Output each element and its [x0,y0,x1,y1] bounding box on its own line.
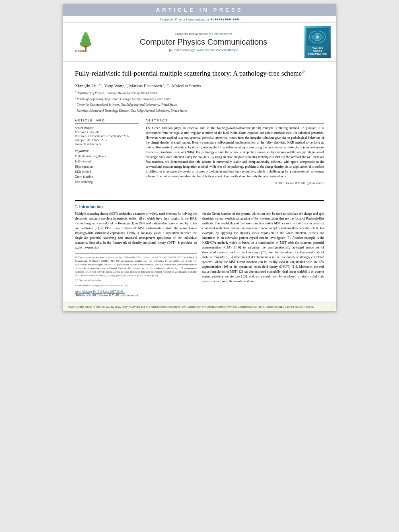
journal-link[interactable]: Computer Physics Communications ■ (■■■■)… [160,17,239,21]
intro-left-col: Multiple scattering theory (MST) underpi… [75,212,197,288]
keyword-1: Multiple scattering theory [75,154,139,159]
available-date: Available online xxxx [75,142,139,146]
email-note: (X. Liu). [119,284,129,287]
keywords-group: Keywords: Multiple scattering theory Ful… [75,149,139,185]
abstract-label: ABSTRACT [146,119,324,123]
footnote-star-symbol: ✩ [75,256,77,259]
revised-date: Received in revised form 27 September 20… [75,134,139,138]
keyword-4: KKR method [75,170,139,175]
contents-text: Contents lists available at [175,32,212,36]
abstract-column: ABSTRACT The Green function plays an ess… [146,119,324,188]
article-info-column: ARTICLE INFO Article history: Received 4… [75,119,139,188]
history-label: Article history: [75,126,139,129]
contents-line: Contents lists available at ScienceDirec… [108,32,299,36]
journal-cover-image: COMPUTERPHYSICSCOMMUNICATIONS [303,26,331,58]
doi-link[interactable]: https://doi.org/10.1016/j.cpc.2017.10.01… [75,290,125,294]
journal-title-area: Contents lists available at ScienceDirec… [108,26,299,58]
body-content: 1. Introduction Multiple scattering theo… [63,205,336,288]
intro-columns: Multiple scattering theory (MST) underpi… [75,212,324,288]
citation-bar: Please cite this article in press as: X.… [63,302,336,312]
title-note: ✩ [302,69,305,74]
homepage-text: journal homepage: [169,48,196,52]
keyword-3: Dirac equation [75,164,139,170]
email-link[interactable]: xiangli@andrew.cmu.edu [92,284,119,287]
issn-line: 0010-4655/© 2017 Elsevier B.V. All right… [75,294,138,297]
aip-banner-text: ARTICLE IN PRESS [156,7,243,13]
keyword-2: Full-potential [75,159,139,164]
article-title: Fully-relativistic full-potential multip… [75,69,324,78]
main-content: Fully-relativistic full-potential multip… [63,62,336,196]
aip-banner: ARTICLE IN PRESS [63,4,336,16]
page: ARTICLE IN PRESS Computer Physics Commun… [63,4,336,311]
info-abstract-columns: ARTICLE INFO Article history: Received 4… [75,119,324,188]
homepage-line: journal homepage: www.elsevier.com/locat… [108,48,299,52]
authors: Xianglin Liu a,*, Yang Wang b, Markus Ei… [75,83,324,88]
svg-point-4 [84,32,88,36]
abstract-text: The Green function plays an essential ro… [146,126,324,179]
journal-header: ELSEVIER Contents lists available at Sci… [63,22,336,62]
intro-heading: 1. Introduction [75,205,324,209]
svg-point-10 [316,35,319,39]
svg-rect-5 [84,46,87,47]
journal-link-bar: Computer Physics Communications ■ (■■■■)… [63,16,336,22]
article-history: Article history: Received 4 July 2017 Re… [75,126,139,146]
affiliations: a Department of Physics, Carnegie Mellon… [75,90,324,113]
cover-graphic [306,28,329,46]
received-date: Received 4 July 2017 [75,130,139,134]
doe-plan-link[interactable]: http://energy.gov/downloads/doe-public-a… [102,274,157,277]
intro-para-2: for the Green function of the system, wh… [202,212,324,284]
footnote-corresponding: * * Corresponding author. [75,278,197,282]
section-divider [75,200,324,201]
intro-right-col: for the Green function of the system, wh… [202,212,324,288]
keyword-5: Green function [75,175,139,180]
journal-title-main: Computer Physics Communications [108,37,299,47]
intro-para-1: Multiple scattering theory (MST) underpi… [75,212,197,250]
article-info-label: ARTICLE INFO [75,119,139,123]
footnotes-section: ✩ This manuscript has been co-authored b… [75,253,197,287]
copyright-line: © 2017 Elsevier B.V. All rights reserved… [146,181,324,185]
cover-box: COMPUTERPHYSICSCOMMUNICATIONS [304,26,331,58]
svg-text:ELSEVIER: ELSEVIER [75,50,86,52]
cover-title: COMPUTERPHYSICSCOMMUNICATIONS [308,47,327,55]
accepted-date: Accepted 20 October 2017 [75,138,139,142]
keywords-label: Keywords: [75,149,139,153]
keyword-6: Pole-searching [75,180,139,185]
doi-section: https://doi.org/10.1016/j.cpc.2017.10.01… [63,288,336,299]
homepage-link[interactable]: www.elsevier.com/locate/cpc [197,48,238,52]
elsevier-tree-icon: ELSEVIER [74,31,98,53]
citation-text: Please cite this article in press as: X.… [68,305,314,308]
footnote-email: E-mail address: xiangli@andrew.cmu.edu (… [75,283,197,287]
elsevier-logo: ELSEVIER [68,26,104,58]
email-label: E-mail address: [75,284,91,287]
corresponding-star: * [75,279,76,281]
sciencedirect-link[interactable]: ScienceDirect [212,32,232,36]
footnote-star: ✩ This manuscript has been co-authored b… [75,255,197,277]
